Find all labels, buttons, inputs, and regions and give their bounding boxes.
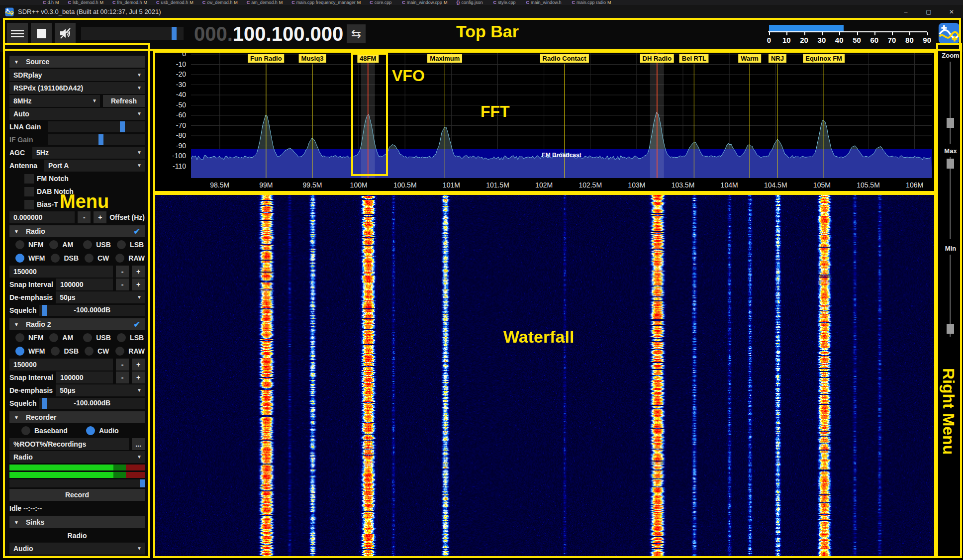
- annotation-vfo: VFO: [392, 67, 425, 85]
- modified-badge: M: [607, 0, 611, 5]
- editor-tab[interactable]: Ccore.cpp: [370, 0, 393, 5]
- title-bar: SDR++ v0.3.0_beta (Built at 00:12:37, Ju…: [0, 5, 963, 18]
- background-editor-tabstrip: Cd.hMClsb_demod.hMCfm_demod.hMCusb_demod…: [0, 0, 963, 5]
- maximize-button[interactable]: ▢: [917, 5, 940, 18]
- file-type-icon: C: [112, 0, 116, 5]
- annotation-right-menu: Right Menu: [939, 368, 958, 455]
- annotation-waterfall: Waterfall: [503, 327, 574, 347]
- modified-badge: M: [279, 0, 283, 5]
- editor-tab[interactable]: Cd.hM: [43, 0, 59, 5]
- annotation-box-vfo: [351, 53, 388, 176]
- file-type-icon: {}: [456, 0, 460, 5]
- annotation-box-waterfall: [153, 193, 936, 558]
- annotation-top-bar: Top Bar: [456, 22, 519, 41]
- editor-tab[interactable]: Cmain.cpp frequency_managerM: [291, 0, 361, 5]
- editor-tab[interactable]: Cmain_window.cppM: [402, 0, 447, 5]
- file-type-icon: C: [572, 0, 576, 5]
- editor-tab[interactable]: {}config.json: [456, 0, 484, 5]
- file-type-icon: C: [156, 0, 160, 5]
- app-icon: [5, 7, 14, 16]
- file-type-icon: C: [291, 0, 295, 5]
- window-title: SDR++ v0.3.0_beta (Built at 00:12:37, Ju…: [18, 8, 161, 15]
- editor-tab[interactable]: Cusb_demod.hM: [156, 0, 193, 5]
- annotation-fft: FFT: [481, 102, 510, 121]
- modified-badge: M: [190, 0, 193, 5]
- editor-tab[interactable]: Cam_demod.hM: [247, 0, 283, 5]
- annotation-box-right-menu: [936, 43, 962, 558]
- file-type-icon: C: [202, 0, 206, 5]
- editor-tab[interactable]: Cmain.cpp radioM: [572, 0, 611, 5]
- editor-tab[interactable]: Cstyle.cpp: [493, 0, 517, 5]
- modified-badge: M: [444, 0, 448, 5]
- file-type-icon: C: [402, 0, 405, 5]
- editor-tab[interactable]: Cfm_demod.hM: [112, 0, 147, 5]
- file-type-icon: C: [43, 0, 46, 5]
- minimize-button[interactable]: –: [894, 5, 917, 18]
- modified-badge: M: [144, 0, 148, 5]
- editor-tab[interactable]: Clsb_demod.hM: [68, 0, 104, 5]
- modified-badge: M: [234, 0, 238, 5]
- file-type-icon: C: [526, 0, 529, 5]
- modified-badge: M: [357, 0, 361, 5]
- modified-badge: M: [100, 0, 104, 5]
- file-type-icon: C: [68, 0, 72, 5]
- file-type-icon: C: [370, 0, 373, 5]
- close-button[interactable]: ✕: [940, 5, 963, 18]
- annotation-box-fft: [153, 51, 936, 193]
- sdrpp-window: Cd.hMClsb_demod.hMCfm_demod.hMCusb_demod…: [0, 0, 963, 560]
- file-type-icon: C: [493, 0, 496, 5]
- modified-badge: M: [55, 0, 59, 5]
- file-type-icon: C: [247, 0, 250, 5]
- annotation-box-menu: [3, 43, 150, 558]
- editor-tab[interactable]: Cmain_window.h: [526, 0, 563, 5]
- editor-tab[interactable]: Ccw_demod.hM: [202, 0, 238, 5]
- annotation-menu: Menu: [60, 191, 109, 212]
